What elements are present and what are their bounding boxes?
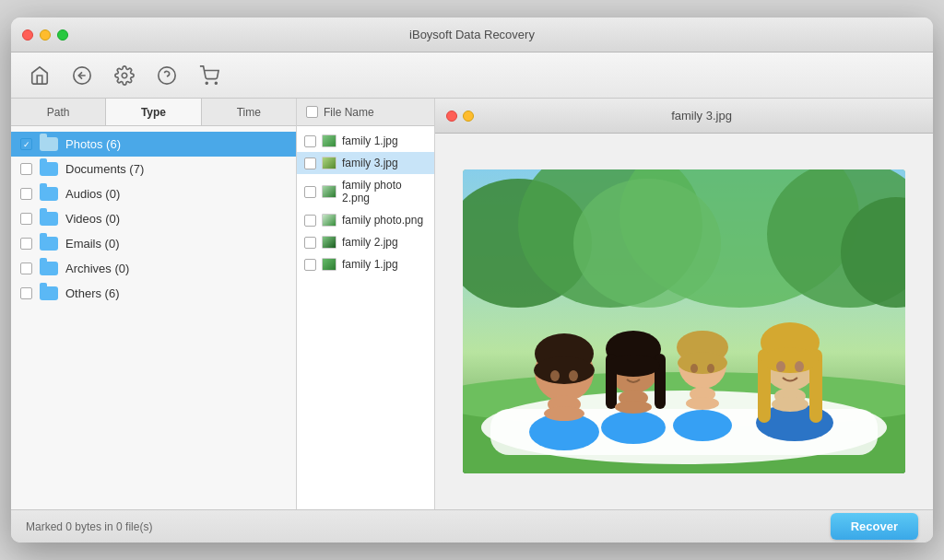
preview-minimize-button[interactable] [463,111,474,122]
emails-checkbox[interactable] [20,238,32,250]
svg-point-2 [122,73,127,78]
category-item-audios[interactable]: Audios (0) [11,181,296,206]
file-4-checkbox[interactable] [304,237,316,249]
category-item-archives[interactable]: Archives (0) [11,256,296,281]
preview-close-button[interactable] [446,111,457,122]
select-all-checkbox[interactable] [306,106,318,118]
others-folder-icon [40,286,58,300]
emails-label: Emails (0) [65,237,120,251]
svg-point-47 [795,361,804,372]
traffic-lights [22,29,68,41]
file-name-column-label: File Name [324,106,374,119]
archives-folder-icon [40,262,58,275]
file-item-5[interactable]: family 1.jpg [297,253,434,275]
tab-time[interactable]: Time [202,99,296,125]
svg-point-46 [776,361,785,372]
maximize-button[interactable] [57,29,68,41]
archives-label: Archives (0) [65,262,129,275]
svg-point-6 [215,82,217,84]
file-1-thumb [322,157,336,169]
svg-point-51 [686,397,719,410]
preview-traffic-lights [446,111,474,122]
file-item-3[interactable]: family photo.png [297,209,434,231]
archives-checkbox[interactable] [20,262,32,274]
file-3-thumb [322,214,336,227]
svg-point-52 [772,397,808,412]
svg-point-37 [690,364,698,373]
preview-filename: family 3.jpg [481,109,922,122]
status-text: Marked 0 bytes in 0 file(s) [26,520,152,533]
file-1-checkbox[interactable] [304,158,316,169]
recover-button[interactable]: Recover [831,513,918,540]
others-checkbox[interactable] [20,287,32,299]
file-list: family 1.jpg family 3.jpg family p [297,126,434,509]
svg-point-31 [607,355,660,377]
settings-icon[interactable] [111,62,138,89]
category-item-others[interactable]: Others (6) [11,281,296,306]
audios-label: Audios (0) [65,187,120,201]
file-list-header: File Name [297,99,434,126]
home-icon[interactable] [26,62,53,89]
svg-point-26 [601,411,666,444]
tab-type[interactable]: Type [106,99,201,125]
svg-point-36 [678,352,727,374]
status-bar: Marked 0 bytes in 0 file(s) Recover [11,509,933,542]
category-list: Photos (6) Documents (7) Audios (0) [11,126,296,509]
svg-point-50 [615,401,652,414]
file-item-1[interactable]: family 3.jpg [297,152,434,174]
svg-point-49 [544,406,584,421]
preview-titlebar: family 3.jpg [435,99,933,134]
photos-label: Photos (6) [65,137,121,151]
svg-point-5 [206,82,207,84]
file-2-name: family photo 2.png [342,179,427,204]
main-content: Path Type Time Photos (6) Documents (7) [11,99,933,509]
tab-path[interactable]: Path [11,99,106,125]
window-title: iBoysoft Data Recovery [409,28,535,41]
svg-point-38 [707,364,714,373]
category-item-photos[interactable]: Photos (6) [11,132,296,157]
file-3-name: family photo.png [342,214,423,227]
file-0-thumb [322,134,336,147]
file-5-thumb [322,258,336,271]
audios-checkbox[interactable] [20,188,32,200]
documents-label: Documents (7) [65,162,144,176]
minimize-button[interactable] [40,29,51,41]
toolbar [11,52,933,99]
title-bar: iBoysoft Data Recovery [11,18,933,52]
category-panel: Path Type Time Photos (6) Documents (7) [11,99,297,509]
help-icon[interactable] [153,62,181,89]
close-button[interactable] [22,29,33,41]
file-item-2[interactable]: family photo 2.png [297,174,434,209]
file-5-checkbox[interactable] [304,259,316,271]
svg-point-13 [573,179,721,308]
file-2-thumb [322,185,336,198]
svg-point-23 [550,370,560,381]
file-0-checkbox[interactable] [304,135,316,147]
file-3-checkbox[interactable] [304,215,316,227]
documents-checkbox[interactable] [20,163,32,175]
videos-label: Videos (0) [65,212,120,226]
preview-image [463,169,905,473]
tab-headers: Path Type Time [11,99,296,126]
svg-point-33 [673,410,732,441]
file-1-name: family 3.jpg [342,157,398,169]
photos-folder-icon [40,137,58,151]
file-0-name: family 1.jpg [342,134,398,147]
documents-folder-icon [40,162,58,176]
videos-checkbox[interactable] [20,213,32,225]
others-label: Others (6) [65,286,120,300]
file-item-0[interactable]: family 1.jpg [297,130,434,152]
category-item-documents[interactable]: Documents (7) [11,157,296,181]
file-2-checkbox[interactable] [304,186,316,198]
file-4-name: family 2.jpg [342,236,398,249]
main-window: iBoysoft Data Recovery [11,18,933,542]
category-item-emails[interactable]: Emails (0) [11,231,296,256]
photos-checkbox[interactable] [20,138,32,150]
file-item-4[interactable]: family 2.jpg [297,231,434,253]
cart-icon[interactable] [195,62,223,89]
back-icon[interactable] [68,62,96,89]
preview-panel: family 3.jpg [435,99,933,509]
svg-point-22 [534,356,595,384]
category-item-videos[interactable]: Videos (0) [11,206,296,231]
file-5-name: family 1.jpg [342,258,398,271]
